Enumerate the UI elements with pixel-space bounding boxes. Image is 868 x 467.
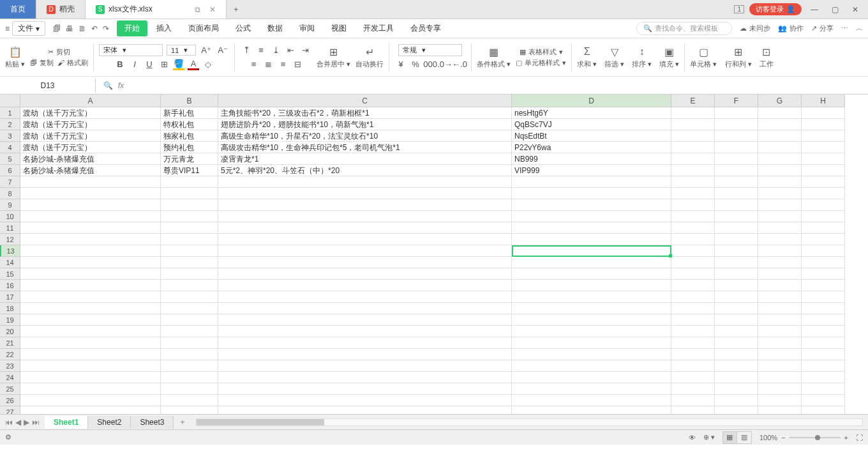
cell[interactable] [758,130,802,142]
cell[interactable] [671,337,715,349]
cell[interactable] [20,406,161,414]
cell[interactable] [20,280,161,291]
cell[interactable] [758,119,802,130]
cell[interactable] [671,165,715,176]
tab-file[interactable]: S xlsx文件.xlsx ⧉ ✕ [86,0,227,19]
cell[interactable] [802,165,845,176]
cell[interactable] [758,383,802,395]
file-menu[interactable]: 文件▾ [12,21,45,36]
cell[interactable] [671,291,715,303]
ribbon-tab[interactable]: 数据 [260,20,290,36]
row-header[interactable]: 18 [0,303,20,314]
column-header[interactable]: H [802,95,845,107]
row-header[interactable]: 4 [0,142,20,153]
indent-right-icon[interactable]: ⇥ [299,44,311,57]
cell[interactable] [715,107,758,119]
cell[interactable] [218,245,512,257]
cell[interactable] [218,372,512,383]
cell[interactable] [758,268,802,280]
name-box[interactable]: D13 [0,79,96,93]
zoom-slider[interactable] [789,437,841,438]
cell[interactable] [161,314,218,326]
underline-button[interactable]: U [143,58,156,71]
view-page-button[interactable]: ▥ [737,432,751,443]
cell[interactable]: 新手礼包 [161,107,218,119]
sheet-tab[interactable]: Sheet1 [45,416,88,429]
cell[interactable] [802,234,845,245]
minimize-button[interactable]: — [807,2,822,17]
row-header[interactable]: 1 [0,107,20,119]
cell[interactable] [671,372,715,383]
cell[interactable] [512,303,671,314]
italic-button[interactable]: I [128,58,141,71]
cell[interactable] [671,130,715,142]
cell[interactable] [802,326,845,337]
cell[interactable] [20,360,161,372]
cell[interactable] [20,383,161,395]
cell[interactable] [512,314,671,326]
cell[interactable] [512,372,671,383]
cell[interactable] [20,188,161,199]
tab-add-button[interactable]: + [227,5,246,14]
font-size-select[interactable]: 11▾ [167,45,196,56]
align-bottom-icon[interactable]: ⤓ [269,44,282,57]
cell[interactable] [671,268,715,280]
fill-button[interactable]: ▣填充 ▾ [659,45,679,69]
cell[interactable] [802,211,845,222]
cell[interactable] [161,257,218,268]
cell[interactable] [218,326,512,337]
cell[interactable] [802,383,845,395]
status-mode-icon[interactable]: ⚙ [5,433,11,441]
table-style-button[interactable]: ▦表格样式 ▾ [520,47,563,57]
column-header[interactable]: G [758,95,802,107]
zoom-out-button[interactable]: − [781,434,785,441]
ribbon-tab[interactable]: 会员专享 [403,20,449,36]
cell[interactable] [802,360,845,372]
cell[interactable] [715,188,758,199]
row-header[interactable]: 7 [0,176,20,188]
comma-icon[interactable]: 000 [424,57,437,70]
filter-button[interactable]: ▽筛选 ▾ [604,45,624,69]
row-header[interactable]: 11 [0,222,20,234]
cell[interactable] [161,188,218,199]
cell[interactable] [802,222,845,234]
horizontal-scrollbar[interactable] [196,418,863,426]
currency-icon[interactable]: ¥ [394,57,407,70]
cell[interactable] [758,372,802,383]
row-header[interactable]: 8 [0,188,20,199]
cell[interactable] [715,153,758,165]
column-header[interactable]: B [161,95,218,107]
cell[interactable] [512,268,671,280]
cell[interactable] [512,360,671,372]
cell[interactable] [715,372,758,383]
cell[interactable] [802,406,845,414]
cell[interactable] [161,383,218,395]
cell[interactable]: 独家礼包 [161,130,218,142]
hamburger-icon[interactable]: ≡ [5,24,10,33]
cell[interactable] [671,395,715,406]
cell[interactable] [161,245,218,257]
cell[interactable] [758,291,802,303]
row-header[interactable]: 23 [0,360,20,372]
cell[interactable] [715,291,758,303]
cell[interactable]: 高级攻击精华*10，生命神兵印记包*5，老司机气泡*1 [218,142,512,153]
cell[interactable] [512,383,671,395]
row-header[interactable]: 15 [0,268,20,280]
decrease-font-icon[interactable]: A⁻ [216,44,229,57]
cell[interactable] [715,268,758,280]
cell[interactable] [512,349,671,360]
row-header[interactable]: 3 [0,130,20,142]
cell[interactable] [161,234,218,245]
cell[interactable] [802,199,845,211]
cell[interactable] [758,349,802,360]
cell[interactable] [802,372,845,383]
cell[interactable] [20,372,161,383]
cell[interactable] [20,199,161,211]
cell[interactable] [512,257,671,268]
cell[interactable] [715,406,758,414]
row-header[interactable]: 24 [0,372,20,383]
rowcol-button[interactable]: ⊞行和列 ▾ [725,45,752,69]
cell[interactable] [758,165,802,176]
cell[interactable] [802,107,845,119]
cell[interactable] [161,199,218,211]
